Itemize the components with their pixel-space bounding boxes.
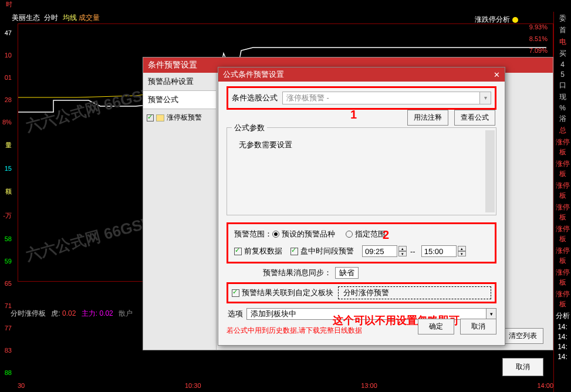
y-tick: 88 [2, 369, 12, 376]
right-col-item[interactable]: 涨停板 [554, 289, 571, 309]
right-col-item[interactable]: 14: [554, 333, 571, 341]
view-formula-button[interactable]: 查看公式 [454, 110, 495, 126]
radio-preset[interactable] [272, 231, 279, 238]
right-col-item[interactable]: 涨停板 [554, 181, 571, 201]
radio-range[interactable] [346, 231, 353, 238]
spin-down[interactable]: ▾ [458, 251, 466, 256]
y-tick: 01 [2, 74, 12, 81]
sync-row: 预警结果消息同步： 缺省 [263, 267, 496, 279]
stock-vol: 成交量 [79, 13, 100, 22]
annotation-2: 2 [383, 228, 389, 242]
cancel-button-outer[interactable]: 取消 [502, 358, 543, 376]
scope-box: 预警范围： 预设的预警品种 指定范围 前复权数据 盘中时间段预警 09:25 ▴… [227, 222, 496, 263]
right-col-item[interactable]: 涨停板 [554, 224, 571, 244]
x-axis: 3010:3013:0014:00 [18, 382, 553, 389]
link-box: 预警结果关联到自定义板块 分时涨停预警 [227, 282, 496, 303]
chk-rehab-label[interactable]: 前复权数据 [244, 246, 282, 256]
chk-link-label[interactable]: 预警结果关联到自定义板块 [242, 288, 333, 298]
right-col-item[interactable]: 涨停板 [554, 246, 571, 266]
pick-label: 条件选股公式 [232, 93, 278, 103]
chevron-down-icon[interactable]: ▾ [479, 92, 491, 104]
checkbox-icon[interactable] [147, 114, 154, 121]
right-col-item[interactable]: 委 [554, 13, 571, 23]
time-start-input[interactable]: 09:25 [362, 245, 397, 257]
no-param-text: 无参数需要设置 [235, 136, 488, 154]
time-sep: -- [410, 247, 415, 256]
y-tick: -万 [2, 211, 12, 220]
right-col-item[interactable]: 5 [554, 70, 571, 79]
right-col-item[interactable]: 涨停板 [554, 137, 571, 157]
radio-preset-label[interactable]: 预设的预警品种 [282, 229, 335, 239]
right-panel[interactable]: 委首电买45口现%浴总涨停板涨停板涨停板涨停板涨停板涨停板涨停板涨停板分析14:… [553, 12, 571, 392]
usage-button[interactable]: 用法注释 [407, 110, 448, 126]
scrollbar[interactable] [485, 130, 495, 212]
tab-formula[interactable]: 预警公式 [143, 91, 216, 109]
radio-range-label[interactable]: 指定范围 [355, 229, 386, 239]
cancel-button[interactable]: 取消 [460, 319, 496, 334]
dialog-title-inner[interactable]: 公式条件预警设置 ✕ [218, 67, 505, 82]
formula-icon [156, 114, 164, 121]
bottom-indicator: 分时涨停板 虎: 0.02 主力: 0.02 散户 [11, 309, 133, 319]
right-col-item[interactable]: 14: [554, 323, 571, 331]
y-tick: 58 [2, 235, 12, 242]
stock-name: 美丽生态 [12, 13, 40, 22]
stock-avg: 均线 [63, 13, 77, 22]
right-col-item[interactable]: 电 [554, 37, 571, 47]
sync-label: 预警结果消息同步： [263, 268, 332, 278]
tab-time[interactable]: 时 [6, 0, 12, 12]
right-col-item[interactable]: 口 [554, 80, 571, 90]
y-tick: 8% [2, 119, 12, 126]
y-tick: 量 [2, 141, 12, 150]
annotation-1: 1 [350, 108, 357, 121]
spin-up[interactable]: ▴ [398, 246, 407, 251]
right-col-item[interactable]: 14: [554, 343, 571, 351]
chk-time-label[interactable]: 盘中时间段预警 [300, 246, 354, 256]
spin-up[interactable]: ▴ [458, 246, 466, 251]
chk-time[interactable] [290, 248, 298, 255]
stock-sep: 分时 [44, 13, 58, 22]
stock-header: 美丽生态 分时 均线 成交量 [12, 13, 100, 23]
y-tick: 47 [2, 29, 12, 36]
y-tick: 65 [2, 280, 12, 287]
right-col-item[interactable]: 涨停板 [554, 202, 571, 222]
right-col-item[interactable]: 4 [554, 60, 571, 69]
y-tick: 83 [2, 347, 12, 354]
fieldset-legend: 公式参数 [232, 123, 267, 133]
scope-label: 预警范围： [234, 229, 272, 239]
right-col-item[interactable]: % [554, 104, 571, 112]
right-col-item[interactable]: 涨停板 [554, 268, 571, 288]
y-tick: 28 [2, 96, 12, 103]
link-block-input[interactable]: 分时涨停预警 [338, 286, 491, 299]
time-end-input[interactable]: 15:00 [421, 245, 457, 257]
ok-button[interactable]: 确定 [418, 319, 454, 334]
right-col-item[interactable]: 分析 [554, 311, 571, 321]
chk-rehab[interactable] [234, 248, 242, 255]
spin-down[interactable]: ▾ [398, 251, 407, 256]
formula-alert-dialog: 公式条件预警设置 ✕ 条件选股公式 涨停板预警 - ▾ 1 用法注释 查看公式 … [218, 67, 505, 346]
lamp-icon [512, 17, 518, 23]
chevron-down-icon[interactable]: ▾ [486, 308, 496, 320]
y-tick: 59 [2, 258, 12, 265]
formula-combo[interactable]: 涨停板预警 - ▾ [282, 92, 491, 104]
tab-species[interactable]: 预警品种设置 [143, 73, 216, 91]
y-axis-left: 471001288%量15额-万5859657177838894 [2, 29, 12, 392]
sync-select[interactable]: 缺省 [335, 267, 359, 279]
y-tick: 77 [2, 325, 12, 332]
y-tick: 10 [2, 52, 12, 59]
formula-select-row: 条件选股公式 涨停板预警 - ▾ [227, 86, 496, 110]
right-col-item[interactable]: 现 [554, 92, 571, 102]
right-col-item[interactable]: 浴 [554, 114, 571, 124]
param-fieldset: 公式参数 无参数需要设置 [227, 127, 496, 215]
chk-link[interactable] [232, 289, 239, 297]
right-col-item[interactable]: 14: [554, 353, 571, 361]
right-col-item[interactable]: 买 [554, 49, 571, 59]
right-col-item[interactable]: 涨停板 [554, 159, 571, 179]
right-col-item[interactable]: 首 [554, 25, 571, 35]
formula-list-item[interactable]: 涨停板预警 [143, 109, 216, 126]
y-tick: 额 [2, 187, 12, 196]
clear-list-button[interactable]: 清空列表 [502, 328, 543, 344]
right-col-item[interactable]: 总 [554, 126, 571, 136]
option-label: 选项 [228, 309, 243, 319]
close-icon[interactable]: ✕ [494, 70, 500, 79]
y-tick: 15 [2, 165, 12, 172]
